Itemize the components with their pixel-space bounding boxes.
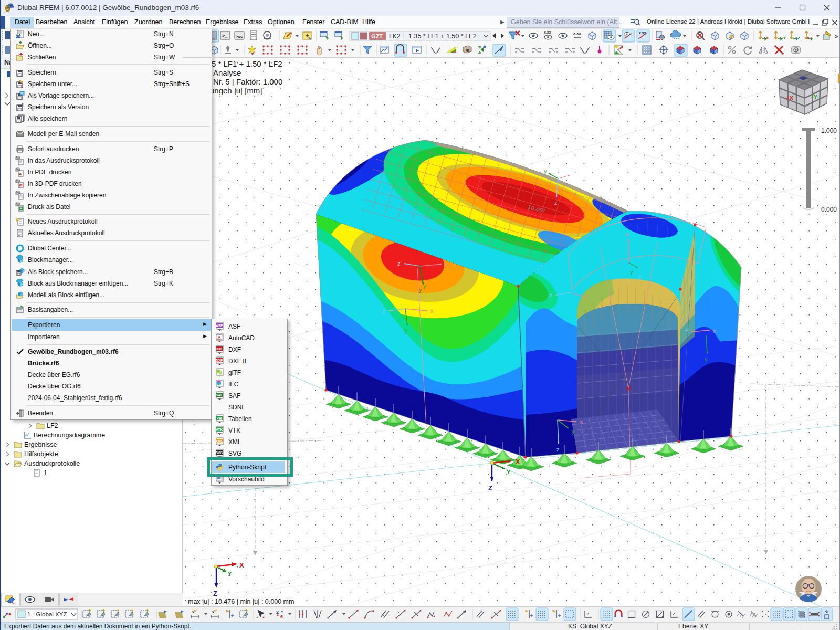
svg-text:z: z <box>685 326 688 332</box>
svg-text:-Y: -Y <box>782 36 786 40</box>
svg-text:Analyse: Analyse <box>213 68 241 77</box>
svg-text:XML: XML <box>216 439 223 443</box>
svg-text:X▤: X▤ <box>217 417 222 420</box>
svg-text:z: z <box>382 308 385 314</box>
svg-text:LK2: LK2 <box>389 33 401 40</box>
svg-text:2: 2 <box>276 610 279 615</box>
svg-text:x: x <box>580 418 583 425</box>
svg-text:GZT: GZT <box>371 33 383 39</box>
svg-text:y: y <box>630 269 633 275</box>
svg-text:x.xx: x.xx <box>573 31 581 36</box>
svg-text:y: y <box>544 168 547 174</box>
svg-text:SAF: SAF <box>216 393 223 397</box>
svg-text:x: x <box>584 293 587 299</box>
svg-text:x: x <box>626 231 629 237</box>
svg-text:Y: Y <box>228 571 232 577</box>
svg-text:A: A <box>19 172 22 176</box>
svg-text:VTK: VTK <box>216 428 223 432</box>
svg-text:x: x <box>445 261 448 267</box>
svg-text:x: x <box>430 308 434 314</box>
svg-text:>sc: >sc <box>236 34 243 39</box>
svg-text:Z: Z <box>213 590 217 597</box>
svg-text:X: X <box>239 561 244 569</box>
svg-text:1 - Global XYZ: 1 - Global XYZ <box>27 611 67 617</box>
svg-text:0.000: 0.000 <box>821 206 837 213</box>
svg-text:y: y <box>572 428 575 435</box>
svg-text:>_: >_ <box>222 33 228 38</box>
svg-text:ungen |u| [mm]: ungen |u| [mm] <box>210 86 262 95</box>
svg-text:x.xx: x.xx <box>544 30 551 34</box>
svg-text:z: z <box>638 274 642 280</box>
svg-text:y: y <box>423 283 426 289</box>
svg-text:x: x <box>713 328 716 334</box>
svg-text:6: 6 <box>280 614 283 620</box>
svg-text:y: y <box>705 356 708 362</box>
svg-text:z: z <box>554 200 558 206</box>
svg-text:1.000: 1.000 <box>821 127 837 134</box>
svg-text:y: y <box>419 287 422 293</box>
svg-text:-X: -X <box>805 36 810 40</box>
svg-text:Z: Z <box>797 36 800 40</box>
svg-text:Nr. 5 | Faktor: 1.000: Nr. 5 | Faktor: 1.000 <box>213 77 282 86</box>
svg-text:ASF: ASF <box>216 324 223 328</box>
svg-text:Z: Z <box>488 484 492 492</box>
svg-text:max |u| : 10.476 | min |u| : 0: max |u| : 10.476 | min |u| : 0.000 mm <box>188 598 294 605</box>
svg-text:+X: +X <box>785 94 794 102</box>
svg-text:-Y: -Y <box>811 93 818 101</box>
svg-text:»: » <box>835 33 838 40</box>
svg-text:1.35 * LF1 + 1.50 * LF2: 1.35 * LF1 + 1.50 * LF2 <box>408 33 477 40</box>
svg-text:y: y <box>404 328 407 334</box>
svg-text:X: X <box>516 458 520 466</box>
svg-text:X: X <box>766 36 769 40</box>
svg-text:DXF: DXF <box>216 359 223 362</box>
svg-text:6: 6 <box>5 4 10 13</box>
svg-text:5 * LF1 + 1.50 * LF2: 5 * LF1 + 1.50 * LF2 <box>212 59 282 68</box>
svg-text:Y: Y <box>507 469 511 475</box>
svg-text:A: A <box>217 335 221 340</box>
svg-text:z: z <box>397 260 401 267</box>
svg-text:z: z <box>549 292 552 298</box>
svg-text:z: z <box>556 446 560 453</box>
svg-text:x.xx: x.xx <box>639 31 646 35</box>
svg-text:1: 1 <box>22 102 24 107</box>
svg-text:DXF: DXF <box>216 347 223 351</box>
svg-text:SVG: SVG <box>216 451 223 455</box>
